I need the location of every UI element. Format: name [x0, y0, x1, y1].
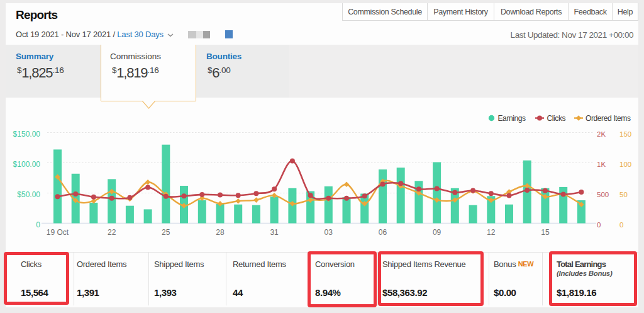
svg-text:500: 500	[597, 191, 609, 198]
svg-text:$50.00: $50.00	[17, 190, 40, 199]
svg-text:25: 25	[162, 228, 170, 237]
svg-text:06: 06	[379, 228, 387, 237]
svg-text:03: 03	[325, 228, 333, 237]
svg-text:$150.00: $150.00	[13, 130, 41, 139]
svg-text:0: 0	[619, 221, 623, 229]
svg-text:1K: 1K	[597, 161, 606, 168]
svg-text:Earnings: Earnings	[498, 114, 526, 123]
svg-text:$100.00: $100.00	[13, 160, 41, 169]
svg-text:Ordered Items: Ordered Items	[586, 114, 631, 123]
svg-text:50: 50	[619, 191, 628, 198]
svg-text:150: 150	[619, 130, 631, 138]
svg-text:0: 0	[597, 221, 601, 229]
svg-text:31: 31	[270, 228, 279, 237]
svg-text:22: 22	[108, 228, 116, 237]
svg-text:28: 28	[216, 228, 225, 237]
svg-text:0: 0	[36, 220, 40, 229]
svg-text:19 Oct: 19 Oct	[47, 228, 69, 237]
svg-text:100: 100	[619, 161, 631, 168]
svg-text:Clicks: Clicks	[547, 114, 566, 123]
svg-text:09: 09	[433, 228, 441, 237]
svg-text:12: 12	[487, 228, 496, 237]
svg-text:15: 15	[541, 228, 550, 237]
svg-text:2K: 2K	[597, 130, 606, 138]
